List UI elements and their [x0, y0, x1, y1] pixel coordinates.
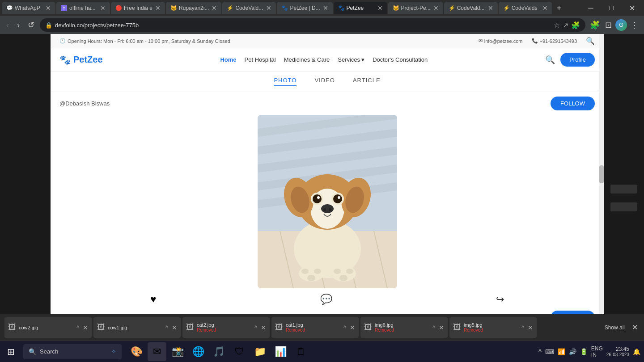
- tab-label: Rupayan2i...: [179, 5, 209, 11]
- taskbar-app-photos[interactable]: 📸: [168, 342, 187, 361]
- email-contact[interactable]: ✉ info@petzee.com: [479, 37, 523, 45]
- like-button[interactable]: ♥: [150, 294, 156, 305]
- site-logo[interactable]: 🐾 PetZee: [59, 55, 103, 65]
- extensions-toolbar-icon[interactable]: 🧩: [588, 18, 602, 32]
- minimize-button[interactable]: ─: [580, 0, 601, 16]
- post-image: [258, 115, 397, 288]
- bookmark-star-icon[interactable]: ☆: [554, 21, 560, 29]
- forward-button[interactable]: ›: [14, 19, 22, 32]
- tab-close-offline[interactable]: ✕: [97, 4, 106, 12]
- start-button[interactable]: ⊞: [0, 341, 21, 362]
- close-button[interactable]: ✕: [622, 0, 642, 16]
- svg-point-29: [301, 269, 309, 274]
- system-tray: ^ ⌨ 📶 🔊 🔋 ENG IN 23:45 26-03-2023 🔔: [538, 345, 644, 358]
- tray-volume-icon[interactable]: 🔊: [569, 348, 576, 355]
- download-close-4[interactable]: ✕: [350, 324, 355, 331]
- download-chevron-6[interactable]: ^: [521, 324, 524, 331]
- nav-home[interactable]: Home: [220, 56, 236, 63]
- tab-whatsapp[interactable]: 💬 WhatsApP ✕: [2, 2, 55, 14]
- nav-search-icon[interactable]: 🔍: [545, 55, 555, 65]
- taskbar-search-bar[interactable]: 🔍 Search ✧: [23, 344, 122, 359]
- site-scrollbar[interactable]: [599, 34, 604, 362]
- tab-petzee1[interactable]: 🐾 PetZee | D... ✕: [277, 2, 332, 14]
- tab-close-codevalds1[interactable]: ✕: [263, 4, 271, 12]
- prev-post-button[interactable]: ‹: [51, 184, 62, 212]
- tab-rupayan[interactable]: 🐱 Rupayan2i... ✕: [166, 2, 221, 14]
- svg-point-21: [333, 194, 342, 203]
- tab-close-rupayan[interactable]: ✕: [209, 4, 217, 12]
- language-indicator[interactable]: ENG IN: [591, 345, 603, 358]
- share-button[interactable]: ↪: [496, 294, 504, 305]
- taskbar-app-files[interactable]: 🎨: [127, 342, 146, 361]
- nav-doctors-consultation[interactable]: Doctor's Consultation: [373, 56, 428, 63]
- tab-search-icon[interactable]: ⊡: [603, 18, 614, 32]
- follow-button-top[interactable]: FOLLOW: [551, 97, 595, 110]
- new-tab-button[interactable]: +: [553, 4, 565, 13]
- download-chevron-5[interactable]: ^: [432, 324, 435, 331]
- download-name-5: img6.jpg: [375, 322, 394, 328]
- tab-photo[interactable]: PHOTO: [274, 77, 297, 86]
- download-chevron-1[interactable]: ^: [76, 324, 79, 331]
- tab-freeindia[interactable]: 🔴 Free India e ✕: [111, 2, 165, 14]
- tray-chevron-up-icon[interactable]: ^: [538, 348, 542, 355]
- taskbar-app-folder[interactable]: 📁: [250, 342, 269, 361]
- nav-services[interactable]: Services ▾: [338, 56, 364, 63]
- download-close-1[interactable]: ✕: [83, 324, 88, 331]
- tab-close-codevalds2[interactable]: ✕: [485, 4, 493, 12]
- tray-keyboard-icon[interactable]: ⌨: [545, 348, 554, 355]
- taskbar-app-music[interactable]: 🎵: [209, 342, 228, 361]
- browser-profile-avatar[interactable]: G: [615, 19, 627, 31]
- tray-battery-icon[interactable]: 🔋: [580, 348, 588, 355]
- extensions-icon[interactable]: 🧩: [571, 21, 580, 29]
- share-icon[interactable]: ↗: [563, 21, 568, 29]
- download-chevron-3[interactable]: ^: [254, 324, 257, 331]
- taskbar-app-notepad[interactable]: 🗒: [292, 342, 310, 361]
- right-sidebar-element-1: [610, 185, 637, 194]
- download-chevron-2[interactable]: ^: [165, 324, 168, 331]
- nav-pet-hospital[interactable]: Pet Hospital: [245, 56, 276, 63]
- close-downloads-button[interactable]: ✕: [630, 321, 640, 333]
- taskbar-app-mail[interactable]: ✉: [148, 342, 166, 361]
- tab-close-whatsapp[interactable]: ✕: [43, 4, 51, 12]
- tab-offline[interactable]: Y offline ha... ✕: [56, 2, 110, 14]
- tab-close-codevalds3[interactable]: ✕: [540, 4, 548, 12]
- comment-button[interactable]: 💬: [320, 294, 332, 305]
- url-bar[interactable]: 🔒 devfolio.co/projects/petzee-775b ☆ ↗ 🧩: [40, 18, 585, 32]
- tray-network-icon[interactable]: 📶: [558, 348, 565, 355]
- scrollbar-thumb[interactable]: [599, 165, 604, 183]
- site-header-top: 🕐 Opening Hours: Mon - Fri: 6:00 am - 10…: [51, 34, 604, 48]
- tab-codevalds2[interactable]: ⚡ CodeVald... ✕: [444, 2, 498, 14]
- tab-close-projectpe[interactable]: ✕: [431, 4, 439, 12]
- maximize-button[interactable]: □: [601, 0, 622, 16]
- tab-close-freeindia[interactable]: ✕: [153, 4, 161, 12]
- tab-close-petzee1[interactable]: ✕: [320, 4, 328, 12]
- download-close-3[interactable]: ✕: [261, 324, 266, 331]
- phone-contact[interactable]: 📞 +91-6291543493: [532, 37, 577, 45]
- left-sidebar: [0, 34, 51, 362]
- tab-petzee2[interactable]: 🐾 PetZee ✕: [334, 2, 387, 14]
- tab-video[interactable]: VIDEO: [314, 77, 335, 86]
- tab-article[interactable]: ARTICLE: [353, 77, 381, 86]
- back-button[interactable]: ‹: [4, 19, 12, 32]
- browser-window: 💬 WhatsApP ✕ Y offline ha... ✕ 🔴 Free In…: [0, 0, 644, 34]
- tab-codevalds1[interactable]: ⚡ CodeVald... ✕: [222, 2, 276, 14]
- reload-button[interactable]: ↺: [25, 18, 37, 32]
- browser-menu-icon[interactable]: ⋮: [629, 18, 640, 32]
- download-chevron-4[interactable]: ^: [343, 324, 346, 331]
- download-close-5[interactable]: ✕: [439, 324, 444, 331]
- taskbar-app-browser[interactable]: 🌐: [189, 342, 208, 361]
- tab-close-petzee2[interactable]: ✕: [375, 4, 383, 12]
- profile-button[interactable]: Profile: [560, 53, 595, 67]
- tab-projectpe[interactable]: 🐱 Project-Pe... ✕: [388, 2, 443, 14]
- notification-icon[interactable]: 🔔: [633, 348, 640, 355]
- show-all-downloads-button[interactable]: Show all: [601, 323, 628, 333]
- download-cat1: 🖼 cat1.jpg Removed ^ ✕: [271, 317, 359, 338]
- taskbar-app-spreadsheet[interactable]: 📊: [271, 342, 290, 361]
- download-close-2[interactable]: ✕: [172, 324, 177, 331]
- tab-codevalds3[interactable]: ⚡ CodeValds ✕: [499, 2, 552, 14]
- site-search-header-icon[interactable]: 🔍: [586, 37, 595, 45]
- nav-medicines-care[interactable]: Medicines & Care: [284, 56, 330, 63]
- download-close-6[interactable]: ✕: [528, 324, 533, 331]
- system-time[interactable]: 23:45 26-03-2023: [606, 346, 629, 357]
- taskbar-app-security[interactable]: 🛡: [230, 342, 249, 361]
